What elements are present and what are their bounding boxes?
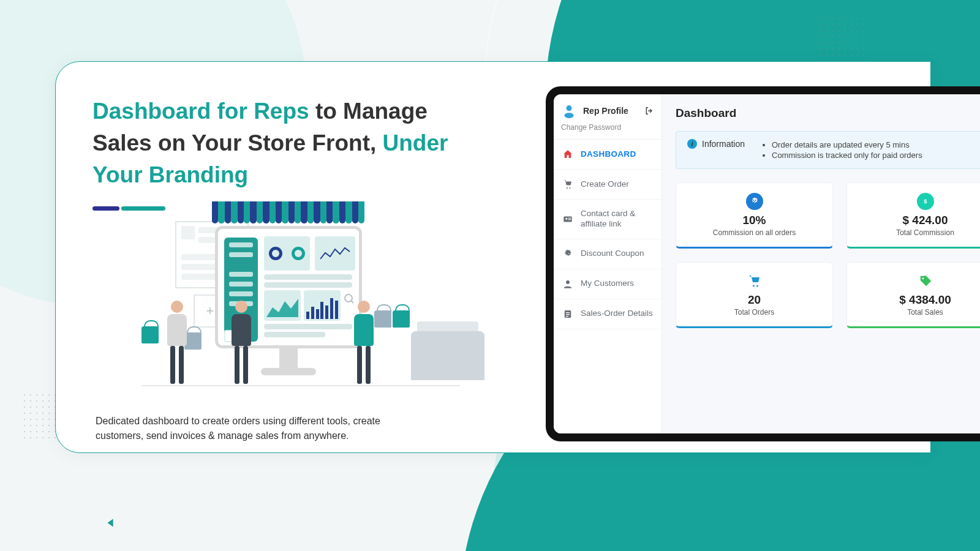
info-item: Order details are updated every 5 mins xyxy=(772,140,922,149)
svg-rect-12 xyxy=(566,314,570,315)
logout-icon[interactable] xyxy=(644,106,654,116)
list-icon xyxy=(562,309,573,320)
id-card-icon xyxy=(562,214,573,225)
nav-label: Create Order xyxy=(581,179,629,190)
stat-total-commission: $ $ 424.00 Total Commission xyxy=(846,182,980,249)
home-icon xyxy=(562,149,573,160)
dollar-icon: $ xyxy=(917,193,934,210)
info-list: Order details are updated every 5 mins C… xyxy=(761,139,922,161)
nav-label: Discount Coupon xyxy=(581,249,644,259)
svg-rect-11 xyxy=(566,312,570,313)
svg-rect-8 xyxy=(568,219,571,220)
info-label: Information xyxy=(702,139,745,149)
illustration: + xyxy=(141,215,448,392)
nav-create-order[interactable]: Create Order xyxy=(554,170,662,200)
sidebar: Rep Profile Change Password DASHBOARD Cr… xyxy=(554,94,662,433)
nav-discount[interactable]: Discount Coupon xyxy=(554,239,662,269)
stat-total-sales: $ 4384.00 Total Sales xyxy=(846,262,980,328)
svg-point-6 xyxy=(565,218,567,220)
cart-icon xyxy=(562,179,573,190)
nav-sales-order[interactable]: Sales-Order Details xyxy=(554,299,662,329)
stat-value: $ 4384.00 xyxy=(853,293,980,307)
nav-label: DASHBOARD xyxy=(581,149,636,160)
hero-part1: Dashboard for Reps xyxy=(92,99,309,124)
nav-contact-card[interactable]: Contact card & affiliate link xyxy=(554,200,662,239)
info-banner: i Information Order details are updated … xyxy=(676,131,980,169)
svg-point-14 xyxy=(752,200,753,201)
avatar-icon xyxy=(561,103,577,119)
description-text: Dedicated dashboard to create orders usi… xyxy=(96,414,402,443)
info-item: Commission is tracked only for paid orde… xyxy=(772,151,922,160)
nav-label: Contact card & affiliate link xyxy=(581,209,653,230)
person-icon xyxy=(160,301,194,386)
svg-point-4 xyxy=(564,113,573,118)
stat-grid: 10% Commission on all orders $ $ 424.00 … xyxy=(676,182,980,328)
profile-label: Rep Profile xyxy=(583,106,638,116)
svg-point-18 xyxy=(922,277,924,279)
percent-icon xyxy=(746,193,763,210)
stat-label: Total Commission xyxy=(853,228,980,237)
person-icon xyxy=(224,301,258,386)
device-frame: Rep Profile Change Password DASHBOARD Cr… xyxy=(546,86,980,441)
nav-label: Sales-Order Details xyxy=(581,309,653,319)
tag-icon xyxy=(917,272,934,290)
stat-label: Commission on all orders xyxy=(682,228,826,237)
profile-header[interactable]: Rep Profile xyxy=(554,94,662,121)
change-password-link[interactable]: Change Password xyxy=(554,121,662,140)
page-title: Dashboard xyxy=(676,107,980,120)
dot-grid xyxy=(818,15,867,64)
awning-icon xyxy=(212,201,365,226)
svg-marker-0 xyxy=(266,299,298,317)
main-content: Dashboard i Information Order details ar… xyxy=(662,94,980,433)
nav-customers[interactable]: My Customers xyxy=(554,269,662,299)
prev-arrow[interactable] xyxy=(104,516,118,530)
svg-point-9 xyxy=(566,280,570,284)
svg-point-15 xyxy=(755,202,756,203)
bag-icon xyxy=(141,326,159,343)
person-icon xyxy=(562,279,573,290)
stat-value: $ 424.00 xyxy=(853,214,980,227)
stat-label: Total Orders xyxy=(682,308,826,317)
content-card: Dashboard for Reps to Manage Sales on Yo… xyxy=(55,61,931,453)
stat-label: Total Sales xyxy=(853,308,980,317)
stat-value: 10% xyxy=(682,214,826,227)
bag-icon xyxy=(393,310,410,328)
nav-label: My Customers xyxy=(581,279,634,289)
svg-rect-7 xyxy=(568,218,571,219)
stat-value: 20 xyxy=(682,293,826,307)
svg-text:$: $ xyxy=(924,198,927,204)
svg-point-3 xyxy=(566,105,571,111)
nav-dashboard[interactable]: DASHBOARD xyxy=(554,140,662,170)
info-icon: i xyxy=(687,139,697,149)
counter-icon xyxy=(411,331,484,380)
hero-heading: Dashboard for Reps to Manage Sales on Yo… xyxy=(92,96,454,211)
stat-total-orders: 20 Total Orders xyxy=(676,262,833,328)
stat-commission-rate: 10% Commission on all orders xyxy=(676,182,833,249)
svg-rect-13 xyxy=(566,316,568,317)
discount-icon xyxy=(562,249,573,260)
app-screen: Rep Profile Change Password DASHBOARD Cr… xyxy=(554,94,980,433)
cart-icon xyxy=(746,272,763,290)
person-icon xyxy=(347,301,381,386)
